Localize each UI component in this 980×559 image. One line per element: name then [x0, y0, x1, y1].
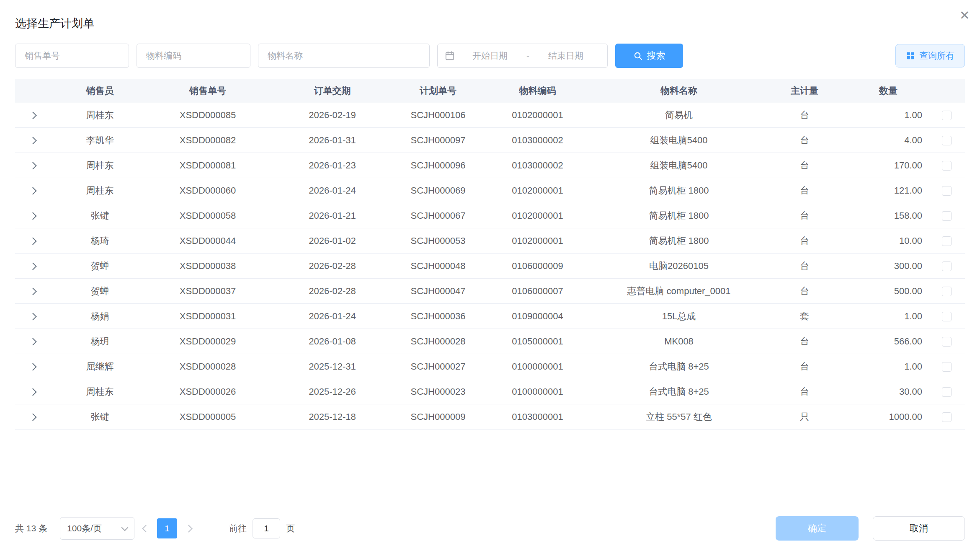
cell-expand: [15, 178, 51, 203]
cell-sales-order: XSDD000082: [149, 128, 266, 153]
checkbox-column-header: [928, 79, 965, 103]
table-row: 周桂东 XSDD000026 2025-12-26 SCJH000023 010…: [15, 379, 965, 404]
confirm-button[interactable]: 确定: [776, 516, 859, 541]
cell-qty: 566.00: [848, 329, 928, 354]
end-date-placeholder: 结束日期: [531, 50, 601, 62]
cell-plan-no: SCJH000036: [398, 304, 478, 329]
cell-material-name: 电脑20260105: [597, 254, 761, 279]
close-icon[interactable]: ✕: [959, 9, 970, 22]
cell-plan-no: SCJH000028: [398, 329, 478, 354]
cell-delivery-date: 2026-01-31: [266, 128, 398, 153]
cell-sales-order: XSDD000028: [149, 354, 266, 379]
chevron-right-icon: [185, 525, 192, 532]
cell-expand: [15, 254, 51, 279]
cell-select: [928, 404, 965, 430]
expand-row-icon[interactable]: [29, 111, 36, 119]
row-checkbox[interactable]: [942, 412, 952, 422]
cell-sales-order: XSDD000005: [149, 404, 266, 430]
cell-unit: 只: [761, 404, 848, 430]
search-button[interactable]: 搜索: [615, 44, 683, 68]
row-checkbox[interactable]: [942, 186, 952, 196]
expand-row-icon[interactable]: [29, 313, 36, 320]
row-checkbox[interactable]: [942, 211, 952, 221]
row-checkbox[interactable]: [942, 111, 952, 120]
goto-label: 前往: [229, 523, 247, 534]
cell-expand: [15, 128, 51, 153]
expand-row-icon[interactable]: [29, 212, 36, 220]
cell-material-name: 惠普电脑 computer_0001: [597, 279, 761, 304]
cell-delivery-date: 2025-12-31: [266, 354, 398, 379]
cell-material-code: 0103000002: [478, 128, 597, 153]
row-checkbox[interactable]: [942, 337, 952, 347]
cell-salesperson: 周桂东: [51, 178, 149, 203]
cell-unit: 台: [761, 203, 848, 228]
cell-unit: 台: [761, 354, 848, 379]
cell-qty: 1.00: [848, 103, 928, 128]
cell-delivery-date: 2026-02-28: [266, 279, 398, 304]
cell-select: [928, 128, 965, 153]
material-name-input[interactable]: [258, 44, 430, 68]
page-number-button[interactable]: 1: [157, 518, 177, 538]
sales-order-input[interactable]: [15, 44, 129, 68]
row-checkbox[interactable]: [942, 236, 952, 246]
row-checkbox[interactable]: [942, 161, 952, 171]
total-count: 共 13 条: [15, 523, 47, 534]
header-salesperson: 销售员: [51, 79, 149, 103]
cell-qty: 158.00: [848, 203, 928, 228]
material-code-input[interactable]: [137, 44, 250, 68]
cell-select: [928, 103, 965, 128]
cell-select: [928, 304, 965, 329]
table-row: 张键 XSDD000005 2025-12-18 SCJH000009 0103…: [15, 404, 965, 430]
expand-row-icon[interactable]: [29, 162, 36, 169]
cell-delivery-date: 2026-01-23: [266, 153, 398, 178]
cell-sales-order: XSDD000038: [149, 254, 266, 279]
cell-unit: 台: [761, 128, 848, 153]
page-size-select[interactable]: 100条/页: [60, 517, 134, 540]
expand-row-icon[interactable]: [29, 413, 36, 421]
next-page-button[interactable]: [177, 518, 200, 538]
header-material-code: 物料编码: [478, 79, 597, 103]
row-checkbox[interactable]: [942, 312, 952, 321]
cancel-button[interactable]: 取消: [873, 516, 965, 541]
cell-material-code: 0100000001: [478, 379, 597, 404]
cell-material-code: 0102000001: [478, 178, 597, 203]
expand-row-icon[interactable]: [29, 287, 36, 295]
cell-select: [928, 153, 965, 178]
calendar-icon: [444, 50, 455, 61]
expand-row-icon[interactable]: [29, 338, 36, 345]
row-checkbox[interactable]: [942, 362, 952, 372]
expand-row-icon[interactable]: [29, 262, 36, 270]
cell-plan-no: SCJH000067: [398, 203, 478, 228]
prev-page-button[interactable]: [134, 518, 157, 538]
date-range-picker[interactable]: 开始日期 - 结束日期: [437, 44, 608, 68]
row-checkbox[interactable]: [942, 136, 952, 145]
cell-material-code: 0102000001: [478, 203, 597, 228]
cell-delivery-date: 2026-01-08: [266, 329, 398, 354]
expand-row-icon[interactable]: [29, 137, 36, 144]
cell-material-name: 15L总成: [597, 304, 761, 329]
goto-page-input[interactable]: [253, 518, 280, 538]
expand-row-icon[interactable]: [29, 363, 36, 370]
table-row: 屈继辉 XSDD000028 2025-12-31 SCJH000027 010…: [15, 354, 965, 379]
row-checkbox[interactable]: [942, 261, 952, 271]
table-row: 周桂东 XSDD000085 2026-02-19 SCJH000106 010…: [15, 103, 965, 128]
goto-page-suffix: 页: [286, 523, 295, 534]
dialog-title: 选择生产计划单: [15, 17, 94, 30]
expand-row-icon[interactable]: [29, 237, 36, 245]
cell-salesperson: 屈继辉: [51, 354, 149, 379]
query-all-button[interactable]: 查询所有: [895, 44, 965, 67]
row-checkbox[interactable]: [942, 387, 952, 397]
cell-select: [928, 354, 965, 379]
cell-material-name: 组装电脑5400: [597, 128, 761, 153]
cell-material-name: 简易机柜 1800: [597, 178, 761, 203]
cell-unit: 台: [761, 103, 848, 128]
cell-salesperson: 贺蝉: [51, 279, 149, 304]
chevron-left-icon: [142, 525, 150, 532]
cell-plan-no: SCJH000106: [398, 103, 478, 128]
expand-row-icon[interactable]: [29, 388, 36, 396]
expand-row-icon[interactable]: [29, 187, 36, 194]
cell-material-name: 简易机柜 1800: [597, 228, 761, 254]
cell-material-name: 组装电脑5400: [597, 153, 761, 178]
row-checkbox[interactable]: [942, 287, 952, 296]
cell-salesperson: 张键: [51, 404, 149, 430]
